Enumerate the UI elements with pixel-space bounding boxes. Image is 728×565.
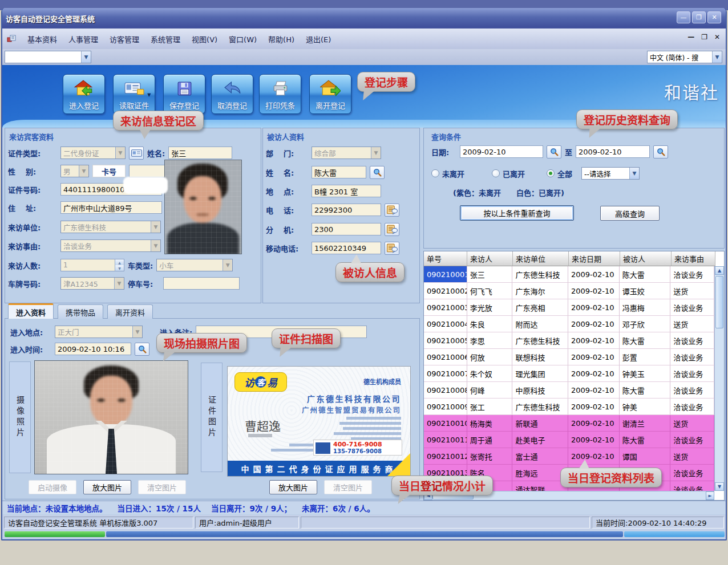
tab-carried-items[interactable]: 携带物品 [58, 304, 103, 319]
reason-select[interactable]: 洽谈业务▼ [60, 239, 161, 252]
send-message-icon[interactable] [385, 223, 399, 236]
menu-item-7[interactable]: 帮助(H) [262, 32, 300, 46]
card-no-input[interactable] [129, 165, 169, 177]
summary-remaining: 未离开：6次 / 6人。 [302, 502, 375, 514]
date-picker-icon[interactable] [547, 145, 561, 158]
table-row[interactable]: 090210008何峰中原科技2009-02-10陈大雷洽谈业务 [424, 382, 714, 399]
menu-item-3[interactable]: 访客管理 [104, 32, 145, 46]
table-cell: 广东德生科技 [512, 399, 568, 415]
tab-leave-info[interactable]: 离开资料 [107, 304, 153, 319]
column-header-4[interactable]: 来访日期 [569, 251, 620, 266]
send-message-icon[interactable] [385, 242, 399, 255]
quick-select-combo[interactable]: ▼ [5, 51, 91, 63]
advanced-query-button[interactable]: 高级查询 [600, 206, 660, 221]
entry-time-input[interactable]: 2009-02-10 10:16 [55, 343, 131, 355]
chevron-down-icon[interactable]: ▼ [629, 168, 639, 179]
table-row[interactable]: 090210002何飞飞广东海尔2009-02-10谭玉姣送货 [424, 283, 714, 299]
table-cell: 送货 [670, 448, 714, 465]
entry-place-select[interactable]: 正大门▼ [55, 326, 143, 338]
plate-select[interactable]: 津A12345▼ [60, 277, 124, 290]
mdi-restore-button[interactable]: ❐ [701, 33, 707, 41]
table-row[interactable]: 090210012张寄托富士通2009-02-10谭国送货 [424, 448, 714, 465]
date-to-input[interactable]: 2009-02-10 [576, 145, 650, 158]
camera-button-2[interactable]: 放大图片 [83, 480, 131, 494]
chevron-down-icon[interactable]: ▼ [147, 92, 151, 97]
gender-select[interactable]: 男▼ [60, 165, 89, 177]
vehicle-type-select[interactable]: 小车▼ [156, 259, 233, 271]
mdi-minimize-button[interactable]: — [687, 33, 694, 41]
column-header-6[interactable]: 来访事由 [672, 251, 715, 266]
close-button[interactable]: ✕ [707, 11, 721, 23]
camera-button-3[interactable]: 清空图片 [138, 480, 186, 494]
location-input[interactable]: B幢 2301 室 [312, 185, 381, 197]
date-from-input[interactable]: 2009-02-10 [460, 145, 543, 158]
address-input[interactable]: 广州市中山大道89号 [60, 201, 162, 214]
extension-input[interactable]: 2300 [312, 223, 381, 235]
camera-buttons: 启动摄像放大图片清空图片 [29, 480, 186, 494]
language-bar[interactable]: 中文 (简体) - 搜 ▼ [647, 51, 722, 63]
stepper-arrows-icon[interactable]: ▲▼ [115, 259, 124, 271]
dept-select[interactable]: 综合部▼ [312, 147, 381, 159]
table-row[interactable]: 090210007朱个奴理光集团2009-02-10钟美玉洽谈业务 [424, 365, 714, 382]
window-controls: — ❐ ✕ [677, 11, 721, 23]
minimize-button[interactable]: — [677, 11, 690, 23]
callout-visited-info: 被访人信息 [335, 262, 405, 282]
scan-button-1[interactable]: 放大图片 [269, 480, 317, 494]
chevron-down-icon[interactable]: ▼ [81, 51, 91, 63]
camera-button-1[interactable]: 启动摄像 [29, 480, 76, 494]
id-card-scan: 访客易 德生机构成员 广东德生科技有限公司 广州德生智盟贸易有限公司 曹超逸 4… [227, 366, 411, 477]
phone-input[interactable]: 22992300 [312, 204, 381, 216]
radio-all[interactable] [547, 169, 555, 177]
vertical-scrollbar[interactable]: ▲ ▼ [714, 266, 724, 491]
column-header-3[interactable]: 来访单位 [513, 251, 569, 266]
restore-button[interactable]: ❐ [692, 11, 706, 23]
toolbar-button-2[interactable]: ▼读取证件 [113, 74, 155, 114]
chevron-down-icon[interactable]: ▼ [712, 51, 722, 63]
status-select[interactable]: --请选择▼ [581, 167, 640, 180]
time-picker-icon[interactable] [135, 343, 149, 356]
table-cell: 朱个奴 [467, 365, 513, 382]
parking-input[interactable] [163, 277, 240, 290]
scan-button-2[interactable]: 清空图片 [324, 480, 372, 494]
visitor-count-stepper[interactable]: 1 ▲▼ [60, 259, 124, 271]
table-row[interactable]: 090210004朱良附而达2009-02-10邓子欣送货 [424, 316, 714, 332]
table-row[interactable]: 090210001张三广东德生科技2009-02-10陈大雷洽谈业务 [424, 266, 714, 283]
menu-item-5[interactable]: 视图(V) [186, 32, 223, 46]
company-select[interactable]: 广东德生科技▼ [60, 221, 161, 233]
table-row[interactable]: 090210005李思广东德生科技2009-02-10陈大雷洽谈业务 [424, 332, 714, 349]
id-type-select[interactable]: 二代身份证▼ [60, 147, 126, 159]
mdi-close-button[interactable]: ✕ [714, 33, 720, 41]
requery-button[interactable]: 按以上条件重新查询 [460, 205, 574, 221]
radio-left[interactable] [492, 169, 500, 177]
column-header-1[interactable]: 单号 [424, 251, 467, 266]
toolbar-button-4[interactable]: 取消登记 [211, 74, 253, 114]
visited-name-input[interactable]: 陈大雷 [312, 166, 366, 178]
visitor-name-input[interactable]: 张三 [168, 147, 232, 159]
menu-item-8[interactable]: 退出(E) [300, 32, 337, 46]
column-header-5[interactable]: 被访人 [620, 251, 672, 266]
table-row[interactable]: 090210003李光放广东亮相2009-02-10冯惠梅洽谈业务 [424, 299, 714, 316]
mobile-input[interactable]: 15602210349 [312, 242, 381, 254]
table-cell: 2009-02-10 [568, 316, 620, 332]
menu-item-1[interactable]: 基本资料 [22, 32, 63, 46]
card-reader-button[interactable] [129, 147, 144, 160]
send-message-icon[interactable] [385, 204, 399, 217]
menu-item-6[interactable]: 窗口(W) [223, 32, 262, 46]
column-header-2[interactable]: 来访人 [467, 251, 513, 266]
table-row[interactable]: 090210011周于通赴美电子2009-02-10陈大雷洽谈业务 [424, 432, 714, 448]
menu-item-2[interactable]: 人事管理 [63, 32, 104, 46]
toolbar-button-3[interactable]: 保存登记 [163, 74, 205, 114]
date-picker-icon[interactable] [653, 145, 668, 158]
radio-not-left[interactable] [431, 169, 439, 177]
table-row[interactable]: 090210006何放联想科技2009-02-10彭置洽谈业务 [424, 349, 714, 365]
menu-item-4[interactable]: 系统管理 [145, 32, 186, 46]
toolbar-button-6[interactable]: 离开登记 [309, 74, 351, 114]
toolbar-button-5[interactable]: 打印凭条 [259, 74, 301, 114]
table-row[interactable]: 090210010杨海类新联通2009-02-10谢清兰送货 [424, 415, 714, 432]
search-person-button[interactable] [370, 166, 385, 179]
tab-entry-info[interactable]: 进入资料 [8, 303, 54, 319]
query-section-title: 查询条件 [431, 131, 461, 142]
toolbar-button-1[interactable]: 进入登记 [63, 74, 105, 114]
table-row[interactable]: 090210009张工广东德生科技2009-02-10钟美洽谈业务 [424, 399, 714, 415]
card-person-name: 曹超逸 [245, 417, 281, 434]
